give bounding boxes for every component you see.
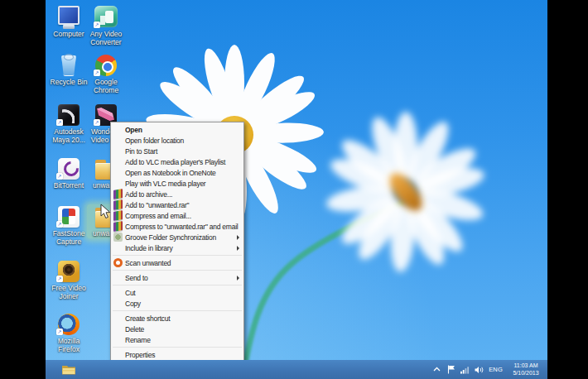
recycle-bin-icon — [55, 53, 83, 78]
volume-button[interactable] — [475, 365, 484, 374]
menu-separator — [113, 285, 242, 285]
desktop-icon-mozilla-firefox[interactable]: Mozilla Firefox — [50, 312, 88, 353]
desktop-icon-faststone-capture[interactable]: FastStone Capture — [50, 204, 88, 246]
desktop-icon-label: Recycle Bin — [50, 79, 88, 87]
menu-item-label: Properties — [125, 351, 155, 359]
menu-item-include-in-library[interactable]: Include in library — [111, 242, 243, 253]
menu-item-add-to-archive[interactable]: Add to archive... — [111, 189, 243, 199]
desktop-icon-label: Mozilla Firefox — [50, 338, 88, 353]
context-menu: OpenOpen folder locationPin to StartAdd … — [110, 122, 244, 362]
menu-item-label: Open as Notebook in OneNote — [125, 169, 216, 177]
winrar-icon — [113, 189, 123, 199]
menu-item-label: Add to archive... — [125, 190, 172, 199]
show-hidden-icons-button[interactable] — [432, 365, 441, 374]
menu-item-send-to[interactable]: Send to — [111, 272, 243, 283]
desktop-icon-label: Google Chrome — [87, 79, 125, 94]
menu-item-delete[interactable]: Delete — [111, 324, 243, 334]
video-frame: ComputerAny Video ConverterRecycle BinGo… — [0, 0, 588, 379]
menu-separator — [113, 270, 242, 271]
menu-item-cut[interactable]: Cut — [111, 287, 243, 298]
menu-item-play-with-vlc-media-player[interactable]: Play with VLC media player — [111, 178, 243, 189]
menu-separator — [113, 347, 242, 348]
submenu-arrow-icon — [237, 276, 239, 281]
shortcut-arrow-icon — [56, 119, 63, 126]
clock-date: 5/10/2013 — [513, 370, 538, 377]
taskbar: ENG 11:03 AM 5/10/2013 — [46, 360, 547, 379]
menu-item-scan-unwanted[interactable]: Scan unwanted — [111, 257, 243, 268]
google-chrome-icon — [92, 53, 120, 78]
desktop-icon-label: Autodesk Maya 20... — [50, 128, 88, 144]
desktop-icon-google-chrome[interactable]: Google Chrome — [87, 53, 125, 94]
desktop-icon-autodesk-maya[interactable]: Autodesk Maya 20... — [50, 103, 88, 144]
file-explorer-taskbar-button[interactable] — [60, 362, 77, 377]
speaker-icon — [475, 366, 484, 374]
menu-item-label: Groove Folder Synchronization — [125, 233, 216, 242]
menu-item-label: Compress to "unwanted.rar" and email — [125, 223, 238, 231]
clock-time: 11:03 AM — [513, 362, 537, 370]
menu-item-label: Copy — [125, 300, 141, 308]
bittorrent-icon — [55, 156, 83, 181]
menu-item-label: Delete — [125, 325, 144, 333]
menu-separator — [113, 255, 242, 256]
menu-item-create-shortcut[interactable]: Create shortcut — [111, 313, 243, 324]
menu-item-label: Include in library — [125, 244, 172, 252]
menu-item-compress-to-unwanted-rar-and-email[interactable]: Compress to "unwanted.rar" and email — [111, 221, 243, 232]
desktop-icon-label: Any Video Converter — [87, 31, 125, 46]
network-signal-icon — [460, 366, 470, 374]
shortcut-arrow-icon — [94, 119, 100, 126]
submenu-arrow-icon — [237, 246, 239, 251]
menu-item-pin-to-start[interactable]: Pin to Start — [111, 146, 243, 156]
menu-item-label: Create shortcut — [125, 314, 170, 323]
menu-item-label: Open — [125, 126, 142, 134]
winrar-icon — [113, 210, 123, 221]
desktop-icon-label: Free Video Joiner — [50, 285, 88, 300]
letterbox-left — [0, 0, 46, 379]
flag-icon — [447, 365, 455, 374]
scan-icon — [113, 258, 123, 267]
menu-item-open[interactable]: Open — [111, 124, 243, 135]
menu-item-properties[interactable]: Properties — [111, 349, 243, 360]
menu-item-open-folder-location[interactable]: Open folder location — [111, 135, 243, 146]
desktop-icon-recycle-bin[interactable]: Recycle Bin — [50, 53, 88, 87]
groove-icon — [113, 233, 123, 242]
action-center-button[interactable] — [446, 365, 455, 374]
shortcut-arrow-icon — [56, 276, 63, 282]
menu-item-open-as-notebook-in-onenote[interactable]: Open as Notebook in OneNote — [111, 167, 243, 178]
menu-item-add-to-unwanted-rar[interactable]: Add to "unwanted.rar" — [111, 199, 243, 210]
desktop-icon-free-video-joiner[interactable]: Free Video Joiner — [50, 259, 88, 300]
menu-separator — [113, 310, 242, 311]
chevron-up-icon — [433, 367, 441, 372]
menu-item-label: Scan unwanted — [125, 259, 171, 267]
desktop-icon-bittorrent[interactable]: BitTorrent — [50, 156, 88, 190]
menu-item-compress-and-email[interactable]: Compress and email... — [111, 210, 243, 221]
network-button[interactable] — [460, 365, 470, 374]
menu-item-groove-folder-synchronization[interactable]: Groove Folder Synchronization — [111, 232, 243, 242]
menu-item-label: Cut — [125, 289, 135, 297]
menu-item-label: Play with VLC media player — [125, 180, 205, 188]
taskbar-clock[interactable]: 11:03 AM 5/10/2013 — [508, 362, 544, 377]
free-video-joiner-icon — [55, 259, 83, 284]
file-explorer-icon — [61, 364, 76, 376]
menu-item-label: Open folder location — [125, 137, 184, 145]
desktop-icon-label: Computer — [50, 31, 88, 39]
menu-item-label: Add to "unwanted.rar" — [125, 201, 189, 209]
computer-icon — [55, 5, 83, 30]
desktop-icon-label: FastStone Capture — [50, 230, 88, 246]
shortcut-arrow-icon — [94, 22, 100, 28]
winrar-icon — [113, 199, 123, 210]
desktop-icon-computer[interactable]: Computer — [50, 5, 88, 39]
menu-item-label: Pin to Start — [125, 147, 157, 156]
letterbox-right — [547, 0, 588, 379]
shortcut-arrow-icon — [94, 70, 100, 76]
menu-item-add-to-vlc-media-player-s-playlist[interactable]: Add to VLC media player's Playlist — [111, 156, 243, 167]
desktop: ComputerAny Video ConverterRecycle BinGo… — [46, 0, 547, 379]
system-tray: ENG 11:03 AM 5/10/2013 — [432, 360, 544, 379]
shortcut-arrow-icon — [56, 329, 63, 335]
menu-item-copy[interactable]: Copy — [111, 298, 243, 309]
desktop-icon-any-video-converter[interactable]: Any Video Converter — [87, 5, 125, 46]
menu-item-rename[interactable]: Rename — [111, 334, 243, 345]
shortcut-arrow-icon — [56, 173, 63, 180]
menu-item-label: Rename — [125, 336, 151, 344]
language-indicator[interactable]: ENG — [489, 366, 503, 373]
desktop-icon-label: BitTorrent — [50, 182, 88, 190]
